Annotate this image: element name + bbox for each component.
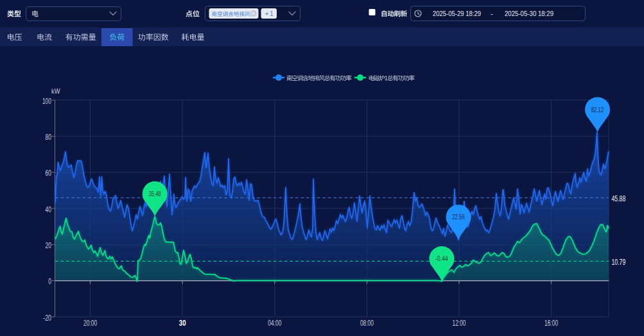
svg-text:82.12: 82.12 <box>591 106 604 113</box>
svg-text:-0.44: -0.44 <box>435 255 448 262</box>
svg-text:2025-05-30 18:29: 2025-05-30 18:29 <box>505 10 553 17</box>
svg-text:kW: kW <box>51 87 60 95</box>
svg-text:12:00: 12:00 <box>453 319 466 328</box>
svg-text:2025-05-29 18:29: 2025-05-29 18:29 <box>433 10 481 17</box>
svg-text:100: 100 <box>42 97 51 106</box>
svg-text:60: 60 <box>46 169 52 178</box>
svg-text:35.48: 35.48 <box>148 190 161 197</box>
svg-text:40: 40 <box>46 205 52 214</box>
svg-text:-: - <box>491 10 493 17</box>
svg-text:08:00: 08:00 <box>360 319 374 328</box>
svg-text:30: 30 <box>179 319 186 328</box>
svg-text:22.56: 22.56 <box>452 214 465 221</box>
svg-text:45.88: 45.88 <box>612 194 626 203</box>
svg-text:+ 1: + 1 <box>265 10 274 17</box>
svg-text:80: 80 <box>46 133 52 142</box>
svg-text:20:00: 20:00 <box>83 319 97 328</box>
svg-text:-20: -20 <box>43 314 51 323</box>
svg-text:10.79: 10.79 <box>612 258 626 267</box>
svg-text:16:00: 16:00 <box>544 319 558 328</box>
svg-text:0: 0 <box>48 277 51 286</box>
svg-text:04:00: 04:00 <box>268 319 281 328</box>
svg-text:20: 20 <box>46 241 52 250</box>
